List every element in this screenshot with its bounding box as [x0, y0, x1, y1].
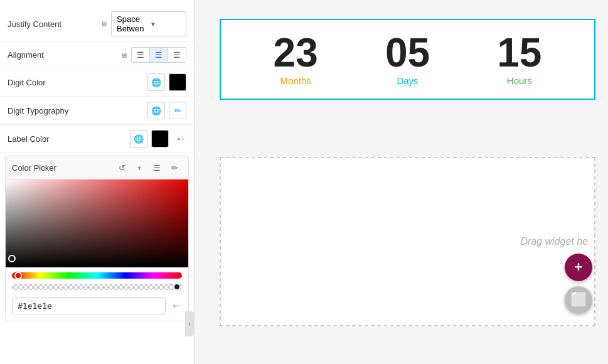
collapse-icon: ‹: [188, 321, 190, 328]
fab-add-icon: +: [575, 259, 583, 276]
color-picker-reset-button[interactable]: ↺: [114, 160, 129, 175]
label-color-row: Label Color 🌐 ←: [0, 125, 194, 153]
timer-days-unit: 05 Days: [385, 33, 430, 86]
justify-content-row: Justify Content 🖥 Space Betwen ▼: [0, 6, 194, 42]
align-center-button[interactable]: ☰: [150, 48, 168, 62]
alpha-slider-container: [6, 281, 188, 295]
color-picker-title: Color Picker: [12, 163, 114, 173]
label-color-label: Label Color: [8, 134, 77, 144]
fab-secondary-icon: ⬜: [570, 292, 587, 308]
fab-add-button[interactable]: +: [565, 254, 592, 281]
alpha-slider[interactable]: [12, 284, 182, 290]
color-picker-eyedropper-button[interactable]: ✏: [167, 160, 182, 175]
hex-color-input[interactable]: [12, 297, 166, 314]
hex-arrow-icon: ←: [171, 299, 182, 313]
color-picker-panel: Color Picker ↺ + ☰ ✏ ←: [5, 156, 189, 321]
digit-typography-global-icon[interactable]: 🌐: [147, 102, 165, 119]
digit-typography-controls: 🌐 ✏: [147, 102, 186, 119]
align-right-button[interactable]: ☰: [168, 48, 186, 62]
color-picker-header: Color Picker ↺ + ☰ ✏: [6, 156, 188, 179]
main-area: 23 Months 05 Days 15 Hours Drag widget h…: [195, 0, 608, 364]
alignment-controls: 🖥 ☰ ☰ ☰: [120, 47, 186, 63]
hex-input-row: ←: [6, 295, 188, 321]
timer-months-label: Months: [280, 75, 311, 86]
digit-color-global-icon[interactable]: 🌐: [147, 73, 165, 91]
digit-typography-label: Digit Typography: [8, 106, 77, 115]
alpha-thumb: [173, 283, 181, 291]
digit-typography-edit-icon[interactable]: ✏: [169, 102, 186, 119]
digit-typography-row: Digit Typography 🌐 ✏: [0, 97, 194, 125]
digit-color-swatch[interactable]: [169, 73, 186, 91]
digit-color-label: Digit Color: [8, 78, 77, 87]
label-color-global-icon[interactable]: 🌐: [130, 130, 147, 147]
justify-content-dropdown[interactable]: Space Betwen ▼: [111, 11, 186, 36]
hue-slider-container: [6, 267, 188, 281]
timer-hours-value: 15: [497, 33, 541, 73]
monitor-icon: 🖥: [100, 20, 107, 28]
align-left-button[interactable]: ☰: [132, 48, 150, 62]
timer-days-value: 05: [385, 33, 430, 73]
fab-container: + ⬜: [565, 254, 592, 314]
digit-color-row: Digit Color 🌐: [0, 68, 194, 97]
left-panel: Justify Content 🖥 Space Betwen ▼ Alignme…: [0, 0, 195, 364]
timer-days-label: Days: [397, 75, 418, 86]
digit-color-controls: 🌐: [147, 73, 186, 91]
alignment-label: Alignment: [8, 50, 77, 60]
timer-months-unit: 23 Months: [274, 33, 318, 86]
hue-thumb: [14, 272, 22, 279]
panel-collapse-handle[interactable]: ‹: [185, 311, 194, 336]
color-gradient-canvas[interactable]: [6, 179, 188, 267]
timer-widget: 23 Months 05 Days 15 Hours: [220, 19, 595, 100]
timer-months-value: 23: [274, 33, 318, 73]
widget-drop-zone[interactable]: Drag widget he: [220, 157, 595, 326]
color-picker-list-button[interactable]: ☰: [149, 160, 164, 175]
timer-hours-unit: 15 Hours: [497, 33, 541, 86]
color-picker-add-button[interactable]: +: [132, 160, 147, 175]
fab-secondary-button[interactable]: ⬜: [565, 286, 592, 314]
alignment-row: Alignment 🖥 ☰ ☰ ☰: [0, 42, 194, 68]
label-color-swatch[interactable]: [151, 130, 169, 147]
gradient-thumb: [8, 255, 16, 262]
label-color-controls: 🌐 ←: [130, 130, 186, 147]
monitor-icon-2: 🖥: [120, 51, 127, 59]
alignment-button-group: ☰ ☰ ☰: [131, 47, 186, 63]
label-color-arrow-icon: ←: [175, 132, 186, 146]
drop-zone-text: Drag widget he: [520, 236, 594, 247]
timer-hours-label: Hours: [507, 75, 532, 86]
color-picker-actions: ↺ + ☰ ✏: [114, 160, 182, 175]
justify-content-controls: 🖥 Space Betwen ▼: [100, 11, 186, 36]
dropdown-arrow-icon: ▼: [150, 21, 181, 28]
justify-content-label: Justify Content: [8, 19, 77, 29]
hue-slider[interactable]: [12, 272, 182, 279]
